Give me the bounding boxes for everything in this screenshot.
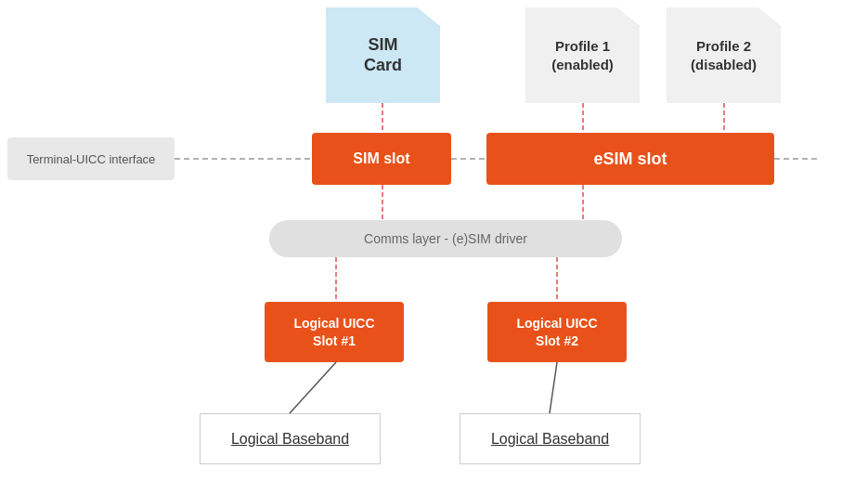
comms-layer-box: Comms layer - (e)SIM driver [269,220,622,257]
profile1-label: Profile 1 (enabled) [551,37,614,73]
baseband2-box: Logical Baseband [460,413,641,464]
svg-line-11 [550,362,557,413]
comms-layer-label: Comms layer - (e)SIM driver [364,231,527,246]
profile2-label: Profile 2 (disabled) [691,37,757,73]
logical-uicc-slot1-label: Logical UICC Slot #1 [293,315,374,348]
sim-card-label: SIM Card [364,35,402,75]
terminal-interface-label: Terminal-UICC interface [27,152,156,166]
profile2-box: Profile 2 (disabled) [667,7,781,103]
svg-line-10 [290,362,336,413]
esim-slot-label: eSIM slot [593,150,667,169]
baseband1-label: Logical Baseband [231,431,349,448]
sim-slot-label: SIM slot [353,150,409,167]
baseband2-label: Logical Baseband [491,431,609,448]
sim-slot-box: SIM slot [312,133,451,185]
diagram-container: SIM Card Profile 1 (enabled) Profile 2 (… [0,0,868,482]
profile1-box: Profile 1 (enabled) [525,7,640,103]
logical-uicc-slot2-label: Logical UICC Slot #2 [516,315,597,348]
esim-slot-box: eSIM slot [486,133,774,185]
terminal-interface-box: Terminal-UICC interface [7,137,175,180]
logical-uicc-slot2-box: Logical UICC Slot #2 [487,302,627,362]
logical-uicc-slot1-box: Logical UICC Slot #1 [265,302,404,362]
baseband1-box: Logical Baseband [200,413,381,464]
sim-card-box: SIM Card [326,7,440,103]
